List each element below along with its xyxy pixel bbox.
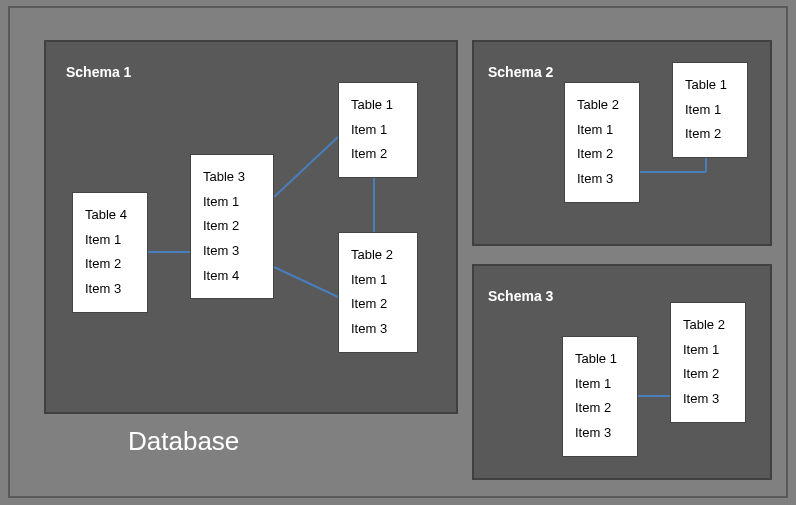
table-1-name: Table 1: [351, 93, 405, 118]
table-1-item: Item 1: [351, 118, 405, 143]
table-4-item: Item 2: [85, 252, 135, 277]
s3-table-1-item: Item 2: [575, 396, 625, 421]
table-1-item: Item 2: [351, 142, 405, 167]
s3-table-2: Table 2 Item 1 Item 2 Item 3: [670, 302, 746, 423]
table-2: Table 2 Item 1 Item 2 Item 3: [338, 232, 418, 353]
table-4-item: Item 3: [85, 277, 135, 302]
schema-1-title: Schema 1: [66, 64, 131, 80]
schema-2-title: Schema 2: [488, 64, 553, 80]
s2-table-1-name: Table 1: [685, 73, 735, 98]
schema-3-title: Schema 3: [488, 288, 553, 304]
s3-table-1-name: Table 1: [575, 347, 625, 372]
schema-2: Schema 2 Table 2 Item 1 Item 2 Item 3 Ta…: [472, 40, 772, 246]
s3-table-2-item: Item 2: [683, 362, 733, 387]
table-1: Table 1 Item 1 Item 2: [338, 82, 418, 178]
table-3: Table 3 Item 1 Item 2 Item 3 Item 4: [190, 154, 274, 299]
table-3-item: Item 1: [203, 190, 261, 215]
s3-table-1-item: Item 1: [575, 372, 625, 397]
table-4: Table 4 Item 1 Item 2 Item 3: [72, 192, 148, 313]
s3-table-1: Table 1 Item 1 Item 2 Item 3: [562, 336, 638, 457]
s3-table-1-item: Item 3: [575, 421, 625, 446]
s2-table-1-item: Item 1: [685, 98, 735, 123]
table-4-name: Table 4: [85, 203, 135, 228]
table-2-item: Item 3: [351, 317, 405, 342]
table-2-item: Item 2: [351, 292, 405, 317]
table-3-item: Item 2: [203, 214, 261, 239]
schema-1: Schema 1 Table 4 Item 1 Item 2 Item 3 Ta…: [44, 40, 458, 414]
s3-table-2-item: Item 3: [683, 387, 733, 412]
schema-3: Schema 3 Table 1 Item 1 Item 2 Item 3 Ta…: [472, 264, 772, 480]
database-label: Database: [128, 426, 239, 457]
table-2-name: Table 2: [351, 243, 405, 268]
s3-table-2-item: Item 1: [683, 338, 733, 363]
s3-table-2-name: Table 2: [683, 313, 733, 338]
s2-table-2-item: Item 2: [577, 142, 627, 167]
table-3-item: Item 3: [203, 239, 261, 264]
s2-table-2-item: Item 3: [577, 167, 627, 192]
s2-table-1-item: Item 2: [685, 122, 735, 147]
table-3-item: Item 4: [203, 264, 261, 289]
s2-table-2: Table 2 Item 1 Item 2 Item 3: [564, 82, 640, 203]
table-3-name: Table 3: [203, 165, 261, 190]
table-2-item: Item 1: [351, 268, 405, 293]
edge-t3-t1: [274, 137, 338, 197]
s2-table-2-item: Item 1: [577, 118, 627, 143]
database-frame: Schema 1 Table 4 Item 1 Item 2 Item 3 Ta…: [8, 6, 788, 498]
table-4-item: Item 1: [85, 228, 135, 253]
edge-t3-t2: [274, 267, 338, 297]
s2-table-1: Table 1 Item 1 Item 2: [672, 62, 748, 158]
s2-table-2-name: Table 2: [577, 93, 627, 118]
